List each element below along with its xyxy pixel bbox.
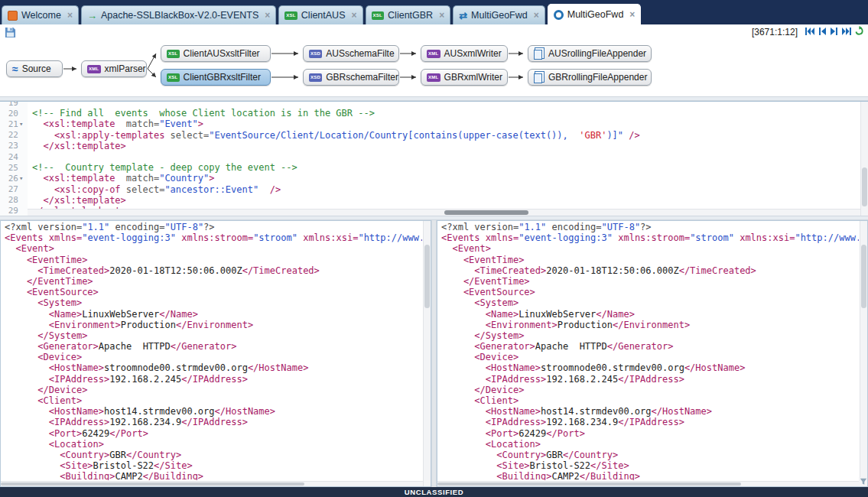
- tab-label: MultiGeoFwd: [471, 10, 528, 21]
- editor-gutter: 192021▾2223242526▾272829: [0, 101, 28, 216]
- tab-2-clientaus[interactable]: XSLClientAUS×: [278, 5, 362, 24]
- xslt-editor[interactable]: 192021▾2223242526▾272829 <!-- Find all e…: [0, 101, 868, 216]
- line-number: 29: [0, 206, 28, 216]
- pipeline-element-gbrschemafilter[interactable]: XSDGBRschemaFilter: [303, 69, 399, 86]
- line-number: 25: [0, 162, 28, 173]
- scrollbar-thumb[interactable]: [1, 482, 304, 486]
- code-line: <Name>LinuxWebServer</Name>: [441, 309, 859, 320]
- tab-label: Welcome: [21, 10, 61, 21]
- tab-1-apache-sslblackbox-v2-0-events[interactable]: →Apache-SSLBlackBox-V2.0-EVENTS×: [81, 5, 276, 24]
- code-line: <Location>: [5, 439, 422, 450]
- close-icon[interactable]: ×: [265, 11, 270, 20]
- pipeline-panel: ≈SourceXMLxmlParserXSLClientAUSxsltFilte…: [0, 40, 868, 96]
- code-line: <Location>: [441, 439, 859, 450]
- splitter-panes-vertical[interactable]: [431, 220, 437, 487]
- xsl-file-icon: XSL: [284, 11, 297, 20]
- scrollbar-thumb[interactable]: [861, 245, 866, 308]
- pipeline-element-clientgbrxsltfilter[interactable]: XSLClientGBRxsltFilter: [161, 69, 271, 86]
- tab-5-multigeofwd[interactable]: MultiGeoFwd×: [548, 4, 642, 24]
- pipeline-element-label: GBRschemaFilter: [326, 72, 398, 83]
- classification-banner: UNCLASSIFIED: [0, 487, 868, 497]
- output-vertical-scrollbar[interactable]: [860, 221, 867, 486]
- code-line: <EventTime>: [5, 255, 422, 265]
- pipeline-element-ausxmlwriter[interactable]: XMLAUSxmlWriter: [421, 45, 508, 62]
- code-line: <HostName>stroomnode00.strmdev00.org</Ho…: [5, 362, 422, 373]
- pipeline-element-ausschemafilte[interactable]: XSDAUSschemaFilte: [303, 45, 399, 62]
- pipeline-element-gbrxmlwriter[interactable]: XMLGBRxmlWriter: [421, 69, 508, 86]
- step-forward-button[interactable]: [828, 26, 840, 37]
- scrollbar-thumb[interactable]: [424, 245, 430, 308]
- scrollbar-thumb[interactable]: [444, 210, 528, 215]
- close-icon[interactable]: ×: [67, 11, 73, 20]
- tab-0-welcome[interactable]: Welcome×: [2, 5, 79, 24]
- tab-label: ClientGBR: [388, 10, 433, 21]
- code-line: <Port>62429</Port>: [5, 428, 422, 439]
- code-line: <EventSource>: [5, 287, 422, 297]
- stream-source-icon: ≈: [12, 63, 18, 74]
- pipeline-element-gbrrollingfileappender[interactable]: GBRrollingFileAppender: [528, 69, 652, 86]
- code-line: </Device>: [5, 385, 422, 395]
- output-data-pane[interactable]: <?xml version="1.1" encoding="UTF-8"?><E…: [437, 220, 868, 487]
- xml-file-icon: XML: [427, 50, 441, 58]
- stroom-app-window: Welcome×→Apache-SSLBlackBox-V2.0-EVENTS×…: [0, 0, 868, 497]
- close-icon[interactable]: ×: [352, 11, 357, 20]
- filter-icon[interactable]: [859, 477, 867, 486]
- close-icon[interactable]: ×: [629, 10, 635, 19]
- line-number: 20: [0, 108, 28, 119]
- code-line: <Country>GBR</Country>: [441, 450, 859, 460]
- pipeline-element-label: GBRxmlWriter: [444, 72, 502, 83]
- xsl-file-icon: XSL: [372, 11, 385, 20]
- output-xml: <?xml version="1.1" encoding="UTF-8"?><E…: [441, 222, 859, 480]
- editor-vertical-scrollbar[interactable]: [860, 102, 868, 216]
- input-data-pane[interactable]: <?xml version="1.1" encoding="UTF-8"?><E…: [0, 220, 431, 487]
- pipeline-element-label: ClientAUSxsltFilter: [184, 48, 260, 59]
- code-line: <Environment>Production</Environment>: [5, 320, 422, 330]
- tab-4-multigeofwd[interactable]: ⇄MultiGeoFwd×: [453, 5, 545, 24]
- editor-code: <!-- Find all events whose Client locati…: [32, 101, 859, 216]
- code-line: <EventSource>: [441, 287, 859, 297]
- save-button[interactable]: [5, 27, 16, 38]
- step-last-button[interactable]: [840, 26, 853, 37]
- home-icon: [8, 11, 18, 21]
- close-icon[interactable]: ×: [534, 11, 539, 20]
- code-line: <IPAddress>192.168.234.9</IPAddress>: [5, 417, 422, 427]
- close-icon[interactable]: ×: [439, 11, 444, 20]
- line-number: 28: [0, 195, 28, 206]
- pipeline-element-source[interactable]: ≈Source: [6, 60, 63, 77]
- code-line: <TimeCreated>2020-01-18T12:50:06.000Z</T…: [5, 265, 422, 276]
- line-number: 21▾: [0, 119, 28, 129]
- pipeline-element-clientausxsltfilter[interactable]: XSLClientAUSxsltFilter: [161, 45, 271, 62]
- scrollbar-thumb[interactable]: [437, 482, 741, 486]
- code-line: </System>: [441, 330, 859, 341]
- output-horizontal-scrollbar[interactable]: [437, 481, 860, 486]
- refresh-button[interactable]: [853, 26, 865, 37]
- tab-label: MultiGeoFwd: [567, 9, 624, 20]
- step-first-button[interactable]: [804, 26, 816, 37]
- code-line: <!-- Find all events whose Client locati…: [32, 108, 859, 119]
- code-line: </xsl:template>: [32, 195, 859, 206]
- tab-3-clientgbr[interactable]: XSLClientGBR×: [366, 5, 451, 24]
- code-line: [32, 101, 859, 108]
- scrollbar-thumb[interactable]: [862, 167, 867, 206]
- code-line: <Generator>Apache HTTPD</Generator>: [441, 341, 859, 352]
- input-xml: <?xml version="1.1" encoding="UTF-8"?><E…: [5, 222, 422, 480]
- xsd-file-icon: XSD: [309, 50, 322, 58]
- pipeline-element-label: ClientGBRxsltFilter: [184, 72, 261, 83]
- input-vertical-scrollbar[interactable]: [423, 221, 431, 486]
- pipeline-element-label: AUSschemaFilte: [326, 48, 394, 59]
- code-line: </EventTime>: [441, 276, 859, 287]
- code-line: <Building>CAMP2</Building>: [5, 471, 422, 480]
- step-back-button[interactable]: [816, 26, 828, 37]
- code-line: <Building>CAMP2</Building>: [441, 471, 859, 480]
- input-horizontal-scrollbar[interactable]: [1, 481, 423, 486]
- code-line: <Events xmlns="event-logging:3" xmlns:st…: [5, 232, 422, 243]
- classification-label: UNCLASSIFIED: [405, 488, 463, 496]
- pipeline-element-xmlparser[interactable]: XMLxmlParser: [81, 60, 147, 77]
- editor-horizontal-scrollbar[interactable]: [28, 209, 860, 216]
- stepping-nav-buttons: [804, 25, 865, 39]
- xsd-file-icon: XSD: [309, 73, 322, 82]
- pipeline-element-ausrollingfileappender[interactable]: AUSrollingFileAppender: [528, 45, 652, 62]
- code-line: <xsl:template match="Event">: [32, 119, 859, 129]
- line-number: 23: [0, 141, 28, 151]
- code-line: <?xml version="1.1" encoding="UTF-8"?>: [441, 222, 859, 232]
